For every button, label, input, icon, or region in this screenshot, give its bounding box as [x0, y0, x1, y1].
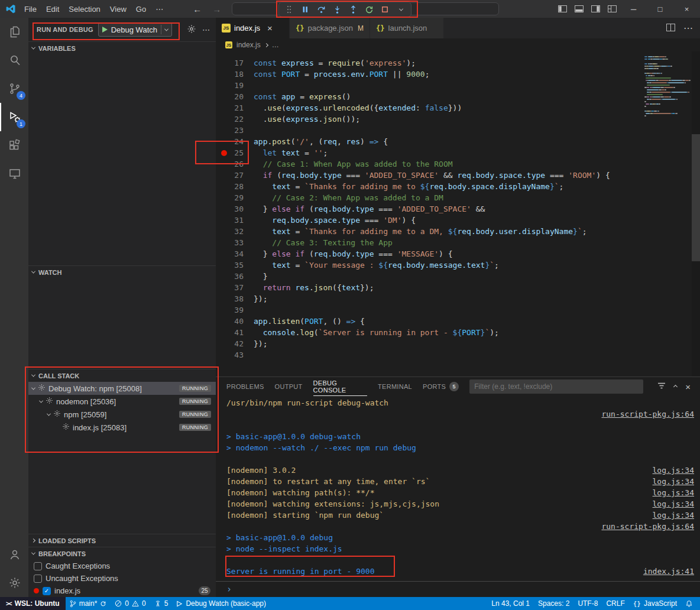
debug-settings-gear-icon[interactable] — [187, 24, 196, 35]
git-branch-item[interactable]: main* — [66, 597, 111, 610]
section-loaded-scripts[interactable]: LOADED SCRIPTS — [28, 534, 216, 547]
section-call-stack[interactable]: CALL STACK — [28, 369, 216, 382]
menu-item-5[interactable]: ⋯ — [151, 4, 168, 15]
start-debug-icon[interactable] — [102, 27, 108, 33]
code-line[interactable]: 20const app = express() — [216, 91, 700, 102]
more-actions-icon[interactable]: ⋯ — [202, 25, 210, 34]
toggle-secondary-sidebar-icon[interactable] — [587, 0, 604, 18]
source-control-icon[interactable]: 4 — [0, 74, 28, 103]
line-gutter[interactable]: 37 — [216, 282, 254, 293]
source-link[interactable]: log.js:34 — [653, 476, 694, 487]
source-link[interactable]: log.js:34 — [653, 498, 694, 510]
code-line[interactable]: 19 — [216, 80, 700, 91]
code-editor[interactable]: 17const express = require('express');18c… — [216, 51, 700, 377]
code-line[interactable]: 38}); — [216, 293, 700, 304]
menu-item-0[interactable]: File — [20, 4, 41, 15]
line-gutter[interactable]: 36 — [216, 271, 254, 282]
ports-item[interactable]: 5 — [150, 597, 173, 610]
debug-session-item[interactable]: Debug Watch (basic-app) — [172, 597, 270, 610]
drag-grip-icon[interactable] — [282, 3, 296, 16]
callstack-row[interactable]: nodemon [25036]RUNNING — [28, 395, 216, 408]
line-gutter[interactable]: 43 — [216, 349, 254, 361]
breadcrumb[interactable]: JS index.js … — [216, 38, 700, 51]
menu-item-4[interactable]: Go — [131, 4, 151, 15]
code-line[interactable]: 37 return res.json({text}); — [216, 282, 700, 293]
pause-icon[interactable] — [298, 3, 312, 16]
line-gutter[interactable]: 27 — [216, 170, 254, 181]
menu-item-2[interactable]: Selection — [64, 4, 105, 15]
eol-item[interactable]: CRLF — [602, 597, 628, 610]
line-gutter[interactable]: 22 — [216, 113, 254, 125]
code-line[interactable]: 17const express = require('express'); — [216, 57, 700, 69]
source-link[interactable]: log.js:34 — [653, 465, 694, 476]
line-gutter[interactable]: 40 — [216, 316, 254, 327]
line-gutter[interactable]: 39 — [216, 304, 254, 316]
explorer-icon[interactable] — [0, 18, 28, 46]
debug-console-input[interactable]: › — [216, 581, 700, 597]
breakpoint-row[interactable]: ✓index.js25 — [28, 585, 216, 597]
panel-tab-terminal[interactable]: TERMINAL — [378, 377, 412, 396]
code-line[interactable]: 32 text = `Thanks for adding me to a DM,… — [216, 226, 700, 237]
scrollbar-thumb[interactable] — [692, 134, 700, 261]
panel-tab-output[interactable]: OUTPUT — [275, 377, 303, 396]
filter-icon[interactable] — [657, 381, 666, 392]
close-button[interactable]: × — [673, 0, 700, 18]
cursor-position-item[interactable]: Ln 43, Col 1 — [487, 597, 534, 610]
breadcrumb-more[interactable]: … — [272, 41, 279, 49]
code-line[interactable]: 21 .use(express.urlencoded({extended: fa… — [216, 102, 700, 113]
run-and-debug-icon[interactable]: 1 — [0, 103, 28, 131]
panel-tab-problems[interactable]: PROBLEMS — [226, 377, 264, 396]
panel-tab-ports[interactable]: PORTS5 — [423, 377, 459, 396]
breakpoint-checkbox[interactable] — [34, 562, 42, 570]
line-gutter[interactable]: 23 — [216, 125, 254, 136]
breakpoint-row[interactable]: Caught Exceptions — [28, 560, 216, 572]
source-link[interactable]: log.js:34 — [653, 510, 694, 521]
line-gutter[interactable]: 42 — [216, 338, 254, 349]
console-filter-input[interactable] — [469, 379, 643, 394]
line-gutter[interactable]: 17 — [216, 57, 254, 69]
chevron-down-icon[interactable] — [164, 27, 168, 31]
step-over-icon[interactable] — [314, 3, 328, 16]
step-out-icon[interactable] — [346, 3, 360, 16]
code-line[interactable]: 22 .use(express.json()); — [216, 113, 700, 125]
tab-package.json[interactable]: {}package.jsonM — [290, 18, 370, 38]
more-actions-icon[interactable]: ⋯ — [683, 22, 693, 34]
breakpoint-dot[interactable] — [221, 150, 227, 156]
tab-launch.json[interactable]: {}launch.json — [370, 18, 444, 38]
code-line[interactable]: 24app.post('/', (req, res) => { — [216, 136, 700, 147]
code-line[interactable]: 43 — [216, 349, 700, 361]
step-into-icon[interactable] — [330, 3, 344, 16]
section-variables[interactable]: VARIABLES — [28, 41, 216, 54]
code-line[interactable]: 28 text = `Thanks for adding me to ${req… — [216, 181, 700, 192]
callstack-row[interactable]: Debug Watch: npm [25008]RUNNING — [28, 382, 216, 395]
tab-index.js[interactable]: JSindex.js× — [216, 18, 290, 38]
section-breakpoints[interactable]: BREAKPOINTS — [28, 547, 216, 560]
code-line[interactable]: 18const PORT = process.env.PORT || 9000; — [216, 69, 700, 80]
code-line[interactable]: 25 let text = ''; — [216, 147, 700, 158]
customize-layout-icon[interactable] — [604, 0, 620, 18]
code-line[interactable]: 26 // Case 1: When App was added to the … — [216, 158, 700, 170]
back-button[interactable]: ← — [193, 4, 202, 14]
line-gutter[interactable]: 31 — [216, 215, 254, 226]
callstack-row[interactable]: index.js [25083]RUNNING — [28, 421, 216, 434]
section-watch[interactable]: WATCH — [28, 265, 216, 278]
session-picker-chevron-icon[interactable] — [394, 3, 408, 16]
code-line[interactable]: 30 } else if (req.body.type === 'ADDED_T… — [216, 203, 700, 215]
close-icon[interactable]: × — [267, 23, 273, 33]
toggle-panel-icon[interactable] — [571, 0, 587, 18]
code-line[interactable]: 35 text = `Your message : ${req.body.mes… — [216, 259, 700, 271]
line-gutter[interactable]: 30 — [216, 203, 254, 215]
code-line[interactable]: 36 } — [216, 271, 700, 282]
notifications-bell-icon[interactable] — [681, 597, 700, 610]
line-gutter[interactable]: 18 — [216, 69, 254, 80]
line-gutter[interactable]: 19 — [216, 80, 254, 91]
source-link[interactable]: log.js:34 — [653, 487, 694, 498]
line-gutter[interactable]: 21 — [216, 102, 254, 113]
line-gutter[interactable]: 20 — [216, 91, 254, 102]
callstack-row[interactable]: npm [25059]RUNNING — [28, 408, 216, 421]
editor-scrollbar[interactable] — [692, 51, 700, 377]
forward-button[interactable]: → — [212, 4, 221, 14]
extensions-icon[interactable] — [0, 131, 28, 160]
line-gutter[interactable]: 34 — [216, 248, 254, 259]
account-icon[interactable] — [0, 540, 28, 569]
